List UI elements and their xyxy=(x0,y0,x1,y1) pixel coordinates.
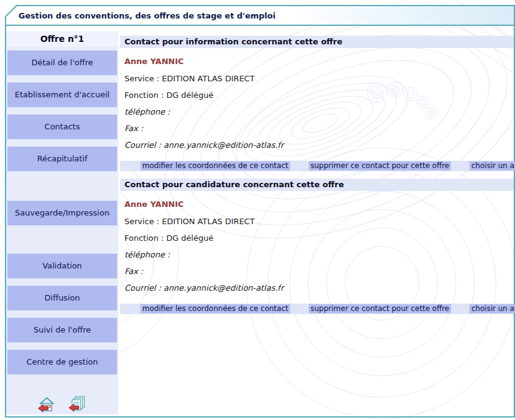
action-choisir-contact[interactable]: choisir un autre contact xyxy=(469,161,515,171)
corner-bevel xyxy=(5,5,17,17)
action-modifier-contact[interactable]: modifier les coordonnées de ce contact xyxy=(140,161,290,171)
contact-telephone: téléphone : xyxy=(124,108,514,116)
page-frame: Gestion des conventions, des offres de s… xyxy=(5,5,515,418)
action-supprimer-contact[interactable]: supprimer ce contact pour cette offre xyxy=(309,161,451,171)
main-content: Contact pour information concernant cett… xyxy=(120,31,514,416)
title-bar: Gestion des conventions, des offres de s… xyxy=(6,6,514,26)
sidebar-item-sauvegarde-impression[interactable]: Sauvegarde/Impression xyxy=(7,201,117,225)
sidebar-item-contacts[interactable]: Contacts xyxy=(7,115,117,139)
action-supprimer-contact-2[interactable]: supprimer ce contact pour cette offre xyxy=(309,304,451,313)
contact-telephone-2: téléphone : xyxy=(124,251,514,259)
documents-back-icon[interactable] xyxy=(68,395,87,414)
sidebar-item-suivi-offre[interactable]: Suivi de l'offre xyxy=(7,318,117,342)
contact-fonction-2: Fonction : DG délégué xyxy=(124,234,514,242)
sidebar-icon-row xyxy=(6,395,118,414)
actions-row-candidature: modifier les coordonnées de ce contact s… xyxy=(120,304,514,314)
contact-name: Anne YANNIC xyxy=(124,57,514,66)
section-title-candidature: Contact pour candidature concernant cett… xyxy=(120,179,514,191)
contact-courriel-2: Courriel : anne.yannick@edition-atlas.fr xyxy=(124,284,514,292)
home-back-icon[interactable] xyxy=(38,395,56,414)
sidebar-item-recapitulatif[interactable]: Récapitulatif xyxy=(7,147,117,171)
action-modifier-contact-2[interactable]: modifier les coordonnées de ce contact xyxy=(140,304,290,313)
contact-fax-2: Fax : xyxy=(124,267,514,275)
section-title-information: Contact pour information concernant cett… xyxy=(120,36,514,48)
sidebar-item-diffusion[interactable]: Diffusion xyxy=(7,286,117,310)
contact-fax: Fax : xyxy=(124,124,514,132)
offer-number-header: Offre n°1 xyxy=(6,31,118,47)
contact-service-2: Service : EDITION ATLAS DIRECT xyxy=(124,217,514,225)
sidebar-item-etablissement[interactable]: Etablissement d'accueil xyxy=(7,83,117,107)
page-title: Gestion des conventions, des offres de s… xyxy=(6,6,514,26)
contact-service: Service : EDITION ATLAS DIRECT xyxy=(124,75,514,83)
action-choisir-contact-2[interactable]: choisir un autre contact xyxy=(469,304,515,313)
contact-courriel: Courriel : anne.yannick@edition-atlas.fr xyxy=(124,141,514,149)
contact-fonction: Fonction : DG délégué xyxy=(124,91,514,99)
sidebar-item-detail-offre[interactable]: Détail de l'offre xyxy=(7,50,117,75)
app-window: Gestion des conventions, des offres de s… xyxy=(0,0,515,420)
sidebar-item-centre-gestion[interactable]: Centre de gestion xyxy=(7,350,117,374)
contact-name-2: Anne YANNIC xyxy=(124,200,514,209)
sidebar: Offre n°1 Détail de l'offre Etablissemen… xyxy=(6,31,118,414)
sidebar-item-validation[interactable]: Validation xyxy=(7,254,117,278)
actions-row-information: modifier les coordonnées de ce contact s… xyxy=(120,161,514,171)
